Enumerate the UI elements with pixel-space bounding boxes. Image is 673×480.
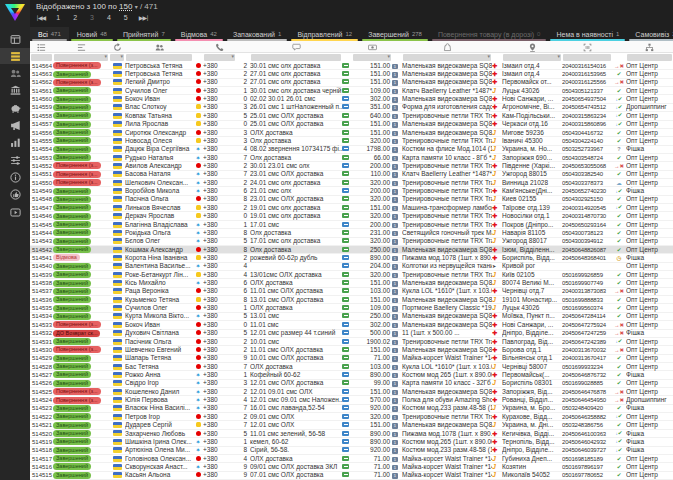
cell-days: 7 [236, 363, 250, 371]
cell-delivery-status: →✖ [612, 346, 626, 354]
last-page-button[interactable]: ▶▶∣ [139, 14, 148, 21]
tab-Завершений[interactable]: Завершений278 [360, 27, 430, 41]
cell-operator: ✶ [193, 463, 203, 471]
filter-input[interactable] [126, 54, 192, 61]
first-page-button[interactable]: ∣◀◀ [36, 14, 45, 21]
column-header-status[interactable] [53, 41, 109, 53]
sidebar-item-finance[interactable] [0, 100, 30, 116]
tab-Нема в наявності[interactable]: Нема в наявності1 [548, 27, 627, 41]
table-row[interactable]: 514515ЗавершенийКасьян Альона+380907.01 … [30, 472, 673, 480]
column-header-delivery-address[interactable] [502, 41, 562, 53]
cell-delivery-status: ✔ [612, 154, 626, 162]
cell-delivery-status: ✔ [612, 87, 626, 95]
page-size-value[interactable]: 150 [119, 2, 132, 11]
package-icon: 1 [392, 390, 398, 396]
filter-caret-icon[interactable]: ▾ [104, 53, 107, 59]
cell-status: Завершений [53, 112, 109, 119]
status-badge: Завершений [53, 137, 91, 144]
page-button[interactable]: 1 [56, 14, 60, 21]
column-header-payment[interactable] [352, 41, 392, 53]
cell-operator: ✶ [193, 379, 203, 387]
column-header-product[interactable] [402, 41, 492, 53]
page-button[interactable]: 4 [107, 14, 111, 21]
cell-payment [342, 438, 352, 446]
cell-ttn: 20400316154016 [562, 62, 612, 70]
filter-input[interactable]: ▾ [353, 54, 391, 61]
sidebar-item-partners[interactable] [0, 187, 30, 203]
column-header-ttn[interactable] [562, 41, 612, 53]
filter-cell: ▾ [109, 54, 125, 61]
cell-delivery-status: ↓✔ [612, 187, 626, 196]
filter-caret-icon[interactable]: ▾ [120, 53, 123, 59]
column-header-clients[interactable] [125, 41, 193, 53]
cell-delivery-address: Південне (Харкі... [502, 162, 562, 170]
tab-Всі[interactable]: Всі471 [30, 27, 69, 41]
filter-input[interactable]: ▾ [403, 54, 491, 61]
sidebar-item-clients[interactable] [0, 66, 30, 82]
column-header-comment[interactable] [250, 41, 342, 53]
cell-delivery-address: Вільнянськ отд.1 [502, 354, 562, 362]
cell-order-id: 514555 [30, 137, 53, 145]
sidebar-item-marketing[interactable] [0, 118, 30, 134]
status-badge: Завершений [53, 96, 91, 103]
tab-Відмова[interactable]: Відмова42 [173, 27, 225, 41]
operator-vf-icon [196, 130, 201, 135]
tab-Прийнятий[interactable]: Прийнятий7 [115, 27, 173, 41]
sidebar-item-stats[interactable] [0, 135, 30, 151]
cell-order-id: 514524 [30, 396, 53, 404]
filter-input[interactable] [251, 54, 341, 61]
tab-Запакований[interactable]: Запакований1 [225, 27, 289, 41]
filter-input[interactable]: ▾ [110, 54, 124, 61]
filter-caret-icon[interactable]: ▾ [387, 53, 390, 59]
package-icon: 1 [392, 89, 398, 95]
tab-Новий[interactable]: Новий48 [69, 27, 115, 41]
page-button[interactable]: 2 [73, 14, 77, 21]
filter-input[interactable] [563, 54, 611, 61]
cell-delivery-status: ✔ [612, 296, 626, 304]
carrier-np-icon: ✚ [492, 372, 497, 378]
tab-Самовивіз[interactable]: Самовивіз2 [627, 27, 673, 41]
cell-phone: +380 [203, 421, 236, 429]
filter-caret-icon[interactable]: ▾ [487, 53, 490, 59]
cell-order-id: 514560 [30, 95, 53, 103]
filter-input[interactable] [31, 54, 52, 61]
filter-input[interactable]: ▾ [204, 54, 235, 61]
column-header-order[interactable] [30, 41, 53, 53]
sidebar-item-info[interactable] [0, 169, 30, 185]
cell-comment: ОЛХ доставка [250, 129, 342, 137]
cell-operator: ✶ [193, 396, 203, 404]
page-button[interactable]: 5 [124, 14, 128, 21]
filter-input[interactable]: ▾ [503, 54, 561, 61]
status-badge: Повернення (з... [53, 162, 101, 169]
operator-ks-icon: ✶ [195, 405, 200, 411]
sidebar-item-company[interactable] [0, 83, 30, 99]
page-button[interactable]: 3 [90, 14, 94, 21]
status-badge: Завершений [53, 447, 91, 454]
status-badge: ДО Возврат ск... [53, 330, 100, 337]
filter-caret-icon[interactable]: ▾ [557, 53, 560, 59]
payment-card-icon [342, 130, 349, 135]
sidebar-item-tutorial[interactable] [0, 204, 30, 220]
cell-delivery-status: →✖ [612, 162, 626, 170]
filter-input[interactable]: ▾ [54, 54, 108, 61]
cell-carrier: ✚ [492, 430, 502, 438]
tab-Повернення товару (в дорозі)[interactable]: Повернення товару (в дорозі)0 [430, 27, 549, 41]
cell-days: 6 [236, 279, 250, 287]
filter-caret-icon[interactable]: ▾ [231, 53, 234, 59]
sidebar-item-orders[interactable] [0, 48, 30, 64]
cell-operator [193, 195, 203, 203]
tab-Відправлений[interactable]: Відправлений12 [289, 27, 360, 41]
cell-amount: 200.00 [352, 221, 392, 229]
sidebar-item-settings[interactable] [0, 152, 30, 168]
operator-ks-icon: ✶ [195, 380, 200, 386]
column-header-sync[interactable] [109, 41, 125, 53]
cell-product: Костюм мод.233 разм.48-58 (1... [402, 446, 492, 454]
cell-status: Завершений [53, 288, 109, 295]
cell-country [109, 380, 125, 386]
filter-input[interactable] [627, 54, 672, 61]
page-size-caret-icon[interactable]: ▾ [135, 4, 138, 10]
cell-carrier: ✚ [492, 112, 502, 120]
sidebar-item-dashboard[interactable] [0, 31, 30, 47]
column-header-manager[interactable] [626, 41, 673, 53]
column-header-phone[interactable] [203, 41, 236, 53]
